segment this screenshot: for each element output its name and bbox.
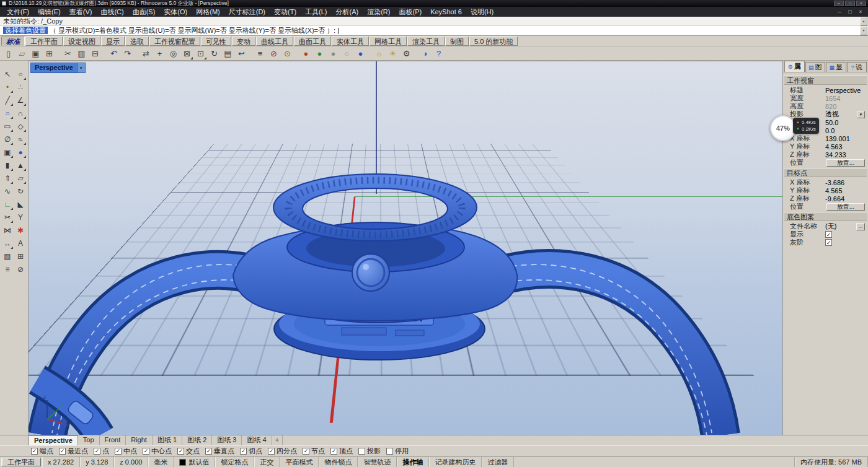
- spotlight-icon[interactable]: ☀: [386, 47, 399, 60]
- block-icon[interactable]: ⊞: [14, 250, 27, 263]
- osnap-checkbox[interactable]: [94, 448, 100, 455]
- status-segment[interactable]: 智慧轨迹: [358, 457, 397, 467]
- menu-item[interactable]: 实体(O): [159, 7, 192, 17]
- tab-display[interactable]: ▦ 显: [826, 62, 846, 72]
- status-segment[interactable]: 锁定格点: [215, 457, 254, 467]
- xray-mode-icon[interactable]: ○: [340, 47, 353, 60]
- scroll-up-icon[interactable]: ▲: [860, 17, 867, 26]
- tab-properties[interactable]: ⚙ 属: [784, 61, 805, 72]
- lasso-select-icon[interactable]: ○: [14, 68, 27, 81]
- wallpaper-gray-checkbox[interactable]: ✓: [825, 239, 832, 246]
- osnap-item[interactable]: 四分点: [268, 447, 297, 456]
- freeform-curve-icon[interactable]: ≈: [14, 133, 27, 146]
- split-icon[interactable]: Y: [14, 211, 27, 224]
- watch-model[interactable]: z x y: [29, 61, 782, 435]
- text-icon[interactable]: A: [14, 237, 27, 250]
- row-target-x-value[interactable]: -3.686: [825, 179, 867, 186]
- mdi-close-button[interactable]: ×: [856, 7, 865, 16]
- osnap-checkbox[interactable]: [303, 448, 309, 455]
- box-icon[interactable]: ▣: [1, 146, 14, 159]
- hide-objects-icon[interactable]: ⊘: [267, 47, 280, 60]
- menu-item[interactable]: 查看(V): [65, 7, 97, 17]
- render-icon[interactable]: ●: [354, 47, 367, 60]
- menu-item[interactable]: 渲染(R): [363, 7, 394, 17]
- status-segment[interactable]: 工作平面: [1, 458, 41, 466]
- network-speed-overlay[interactable]: 47% ▲ 0.4K/s ▼ 0.2K/s: [770, 115, 819, 141]
- osnap-checkbox[interactable]: [31, 448, 38, 455]
- projection-dropdown-icon[interactable]: ▼: [857, 111, 865, 118]
- viewport-tab[interactable]: 图纸 4: [242, 435, 272, 445]
- menu-item[interactable]: 面板(P): [394, 7, 426, 17]
- row-target-y-value[interactable]: 4.565: [825, 187, 867, 194]
- osnap-item[interactable]: 顶点: [330, 447, 353, 456]
- status-segment[interactable]: 物件锁点: [319, 457, 358, 467]
- perspective-viewport[interactable]: z x y Perspective ▼: [29, 61, 782, 435]
- keyshot-render-icon[interactable]: ◑: [418, 47, 432, 60]
- status-segment[interactable]: 过滤器: [482, 457, 514, 467]
- toolbar-tab[interactable]: 渲染工具: [407, 37, 445, 46]
- status-segment[interactable]: 记录建构历史: [429, 457, 482, 467]
- point-icon[interactable]: •: [1, 81, 14, 94]
- status-segment[interactable]: 毫米: [148, 457, 174, 467]
- viewport-tab[interactable]: +: [272, 435, 283, 445]
- layers-panel-icon[interactable]: ≡: [254, 47, 267, 60]
- undo-view-icon[interactable]: ↩: [235, 47, 248, 60]
- hatch-icon[interactable]: ▧: [1, 250, 14, 263]
- watch-crown[interactable]: [352, 254, 389, 291]
- row-rotation-value[interactable]: 0.0: [825, 127, 867, 134]
- extrude-icon[interactable]: ⇑: [1, 172, 14, 185]
- menu-item[interactable]: 文件(F): [2, 7, 33, 17]
- command-prompt-line[interactable]: 选择着色设置 （ 显示模式(D)=着色模式 显示曲线(U)=否 显示网线(W)=…: [0, 26, 868, 36]
- maximize-button[interactable]: □: [845, 1, 855, 6]
- osnap-item[interactable]: 垂直点: [205, 447, 234, 456]
- menu-item[interactable]: 曲面(S): [128, 7, 160, 17]
- mdi-minimize-button[interactable]: ─: [835, 7, 844, 16]
- trim-icon[interactable]: ✂: [1, 211, 14, 224]
- menu-item[interactable]: 变动(T): [270, 7, 301, 17]
- place-camera-button[interactable]: 放置...: [826, 159, 865, 167]
- osnap-item[interactable]: 中点: [115, 447, 137, 456]
- save-icon[interactable]: ▣: [29, 47, 42, 60]
- viewport-tab[interactable]: Front: [100, 435, 126, 445]
- osnap-item[interactable]: 端点: [31, 447, 53, 456]
- menu-item[interactable]: 曲线(C): [96, 7, 128, 17]
- osnap-item[interactable]: 投影: [358, 447, 381, 456]
- zoom-window-icon[interactable]: ⊠: [180, 47, 193, 60]
- viewport-tab[interactable]: 图纸 1: [153, 435, 182, 445]
- row-wallpaper-file-value[interactable]: (无): [825, 222, 856, 231]
- print-icon[interactable]: ⊞: [43, 47, 56, 60]
- mdi-restore-button[interactable]: □: [846, 7, 854, 16]
- toolbar-tab[interactable]: 曲面工具: [294, 37, 331, 46]
- menu-item[interactable]: KeyShot 6: [426, 7, 466, 17]
- toolbar-tab[interactable]: 5.0 的新功能: [469, 37, 518, 46]
- open-file-icon[interactable]: ▱: [16, 47, 29, 60]
- osnap-item[interactable]: 交点: [177, 447, 200, 456]
- status-segment[interactable]: 正交: [254, 457, 280, 467]
- osnap-checkbox[interactable]: [330, 448, 337, 455]
- menu-item[interactable]: 尺寸标注(D): [224, 7, 270, 17]
- minimize-button[interactable]: ─: [834, 1, 844, 6]
- tab-help[interactable]: ? 说: [847, 62, 867, 72]
- surface-icon[interactable]: ▱: [14, 172, 27, 185]
- row-camera-x-value[interactable]: 139.001: [825, 135, 867, 142]
- close-button[interactable]: ×: [856, 1, 866, 6]
- join-icon[interactable]: ⋈: [1, 224, 14, 237]
- browse-wallpaper-button[interactable]: ...: [856, 223, 865, 230]
- osnap-item[interactable]: 切点: [240, 447, 262, 456]
- menu-item[interactable]: 说明(H): [466, 7, 498, 17]
- watch-bezel[interactable]: [273, 174, 477, 241]
- select-arrow-icon[interactable]: ↖: [1, 68, 14, 81]
- osnap-checkbox[interactable]: [59, 448, 66, 455]
- paste-icon[interactable]: ⊟: [89, 47, 102, 60]
- menu-item[interactable]: 工具(L): [301, 7, 331, 17]
- toolbar-tab[interactable]: 变动: [232, 37, 255, 46]
- place-target-button[interactable]: 放置...: [826, 203, 865, 211]
- options-gear-icon[interactable]: ⚙: [400, 47, 413, 60]
- visibility-icon[interactable]: ⊘: [14, 263, 27, 276]
- toolbar-tab[interactable]: 工作视窗配置: [149, 37, 200, 46]
- toolbar-tab[interactable]: 网格工具: [370, 37, 407, 46]
- viewport-tab[interactable]: 图纸 2: [182, 435, 212, 445]
- status-segment[interactable]: 操作轴: [397, 457, 429, 467]
- viewport-tab[interactable]: Top: [78, 435, 100, 445]
- polyline-icon[interactable]: ∠: [14, 94, 27, 107]
